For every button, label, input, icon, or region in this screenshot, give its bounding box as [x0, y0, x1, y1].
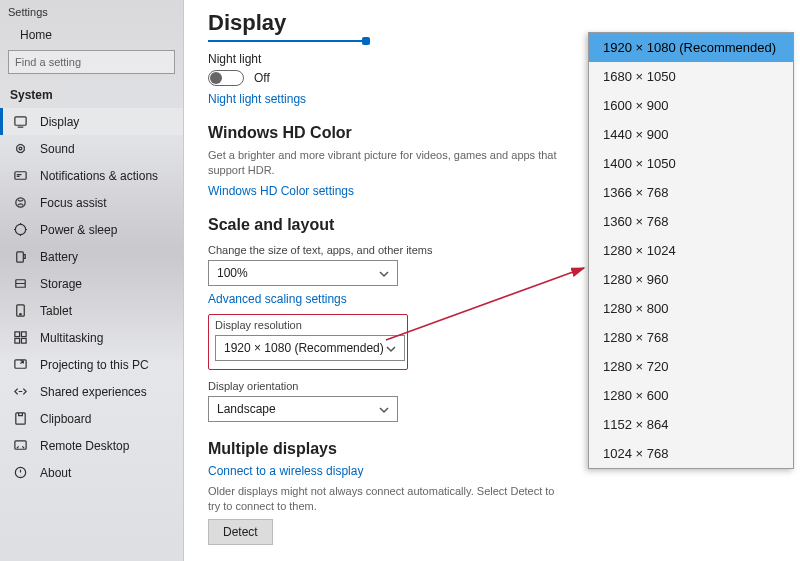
- search-input[interactable]: Find a setting: [8, 50, 175, 74]
- chevron-down-icon: [379, 404, 389, 414]
- svg-rect-14: [16, 413, 25, 424]
- app-title: Settings: [0, 0, 183, 22]
- resolution-option[interactable]: 1400 × 1050: [589, 149, 793, 178]
- resolution-option[interactable]: 1440 × 900: [589, 120, 793, 149]
- orientation-label: Display orientation: [208, 380, 580, 392]
- resolution-option[interactable]: 1680 × 1050: [589, 62, 793, 91]
- night-light-label: Night light: [208, 52, 580, 66]
- sidebar-item-notifications-actions[interactable]: Notifications & actions: [0, 162, 183, 189]
- scale-heading: Scale and layout: [208, 216, 580, 234]
- nav-icon: [13, 276, 28, 291]
- orientation-value: Landscape: [217, 402, 276, 416]
- nav-icon: [13, 330, 28, 345]
- resolution-options-popup[interactable]: 1920 × 1080 (Recommended)1680 × 10501600…: [588, 32, 794, 469]
- sidebar-item-label: Clipboard: [40, 412, 91, 426]
- nav-icon: [13, 411, 28, 426]
- night-light-toggle[interactable]: [208, 70, 244, 86]
- hd-color-heading: Windows HD Color: [208, 124, 580, 142]
- svg-point-2: [19, 147, 22, 150]
- search-placeholder: Find a setting: [15, 56, 81, 68]
- nav-icon: [13, 249, 28, 264]
- resolution-option[interactable]: 1360 × 768: [589, 207, 793, 236]
- connect-wireless-link[interactable]: Connect to a wireless display: [208, 464, 363, 478]
- svg-point-5: [15, 224, 25, 234]
- sidebar-item-tablet[interactable]: Tablet: [0, 297, 183, 324]
- resolution-option[interactable]: 1280 × 720: [589, 352, 793, 381]
- nav-icon: [13, 168, 28, 183]
- resolution-option[interactable]: 1280 × 1024: [589, 236, 793, 265]
- resolution-highlight: Display resolution 1920 × 1080 (Recommen…: [208, 314, 408, 370]
- sidebar-item-label: Display: [40, 115, 79, 129]
- sidebar-item-label: Power & sleep: [40, 223, 117, 237]
- sidebar-item-label: Sound: [40, 142, 75, 156]
- resolution-option[interactable]: 1366 × 768: [589, 178, 793, 207]
- sidebar-item-power-sleep[interactable]: Power & sleep: [0, 216, 183, 243]
- resolution-option[interactable]: 1024 × 768: [589, 439, 793, 468]
- resolution-option[interactable]: 1600 × 900: [589, 91, 793, 120]
- resolution-option[interactable]: 1152 × 864: [589, 410, 793, 439]
- nav-icon: [13, 384, 28, 399]
- sidebar-item-projecting-to-this-pc[interactable]: Projecting to this PC: [0, 351, 183, 378]
- sidebar-group-label: System: [0, 82, 183, 108]
- sidebar-item-remote-desktop[interactable]: Remote Desktop: [0, 432, 183, 459]
- text-size-value: 100%: [217, 266, 248, 280]
- nav-icon: [13, 303, 28, 318]
- sidebar-item-shared-experiences[interactable]: Shared experiences: [0, 378, 183, 405]
- resolution-label: Display resolution: [215, 319, 401, 331]
- nav-icon: [13, 141, 28, 156]
- settings-main: Display Night light Off Night light sett…: [190, 0, 598, 561]
- orientation-dropdown[interactable]: Landscape: [208, 396, 398, 422]
- advanced-scaling-link[interactable]: Advanced scaling settings: [208, 292, 347, 306]
- sidebar-item-clipboard[interactable]: Clipboard: [0, 405, 183, 432]
- multi-display-desc: Older displays might not always connect …: [208, 484, 568, 514]
- sidebar-item-about[interactable]: About: [0, 459, 183, 486]
- page-title: Display: [208, 10, 580, 36]
- sidebar-item-label: Notifications & actions: [40, 169, 158, 183]
- night-light-settings-link[interactable]: Night light settings: [208, 92, 306, 106]
- svg-rect-1: [15, 117, 26, 125]
- chevron-down-icon: [379, 268, 389, 278]
- resolution-dropdown[interactable]: 1920 × 1080 (Recommended): [215, 335, 405, 361]
- text-size-dropdown[interactable]: 100%: [208, 260, 398, 286]
- resolution-option[interactable]: 1280 × 800: [589, 294, 793, 323]
- svg-rect-10: [21, 332, 26, 337]
- resolution-option[interactable]: 1280 × 768: [589, 323, 793, 352]
- sidebar-item-label: Projecting to this PC: [40, 358, 149, 372]
- sidebar-item-label: Remote Desktop: [40, 439, 129, 453]
- chevron-down-icon: [386, 343, 396, 353]
- sidebar-item-sound[interactable]: Sound: [0, 135, 183, 162]
- sidebar-item-focus-assist[interactable]: Focus assist: [0, 189, 183, 216]
- sidebar-item-label: Tablet: [40, 304, 72, 318]
- svg-point-4: [16, 198, 25, 207]
- sidebar-item-multitasking[interactable]: Multitasking: [0, 324, 183, 351]
- detect-button[interactable]: Detect: [208, 519, 273, 545]
- sidebar-item-storage[interactable]: Storage: [0, 270, 183, 297]
- nav-icon: [13, 357, 28, 372]
- sidebar-home-label: Home: [20, 28, 52, 42]
- sidebar-item-label: Battery: [40, 250, 78, 264]
- nav-icon: [13, 438, 28, 453]
- hd-color-desc: Get a brighter and more vibrant picture …: [208, 148, 568, 178]
- svg-rect-12: [21, 338, 26, 343]
- resolution-value: 1920 × 1080 (Recommended): [224, 341, 384, 355]
- hd-color-link[interactable]: Windows HD Color settings: [208, 184, 354, 198]
- settings-sidebar: Settings Home Find a setting System Disp…: [0, 0, 184, 561]
- title-underline-slider[interactable]: [208, 40, 368, 42]
- sidebar-item-battery[interactable]: Battery: [0, 243, 183, 270]
- night-light-state: Off: [254, 71, 270, 85]
- nav-icon: [13, 465, 28, 480]
- nav-icon: [13, 222, 28, 237]
- svg-point-8: [20, 314, 22, 316]
- multi-display-heading: Multiple displays: [208, 440, 580, 458]
- sidebar-item-display[interactable]: Display: [0, 108, 183, 135]
- resolution-option[interactable]: 1920 × 1080 (Recommended): [589, 33, 793, 62]
- sidebar-home[interactable]: Home: [0, 22, 183, 50]
- sidebar-item-label: Focus assist: [40, 196, 107, 210]
- resolution-option[interactable]: 1280 × 960: [589, 265, 793, 294]
- nav-icon: [13, 195, 28, 210]
- nav-icon: [13, 114, 28, 129]
- resolution-option[interactable]: 1280 × 600: [589, 381, 793, 410]
- svg-rect-6: [17, 252, 24, 262]
- sidebar-item-label: Shared experiences: [40, 385, 147, 399]
- sidebar-item-label: Multitasking: [40, 331, 103, 345]
